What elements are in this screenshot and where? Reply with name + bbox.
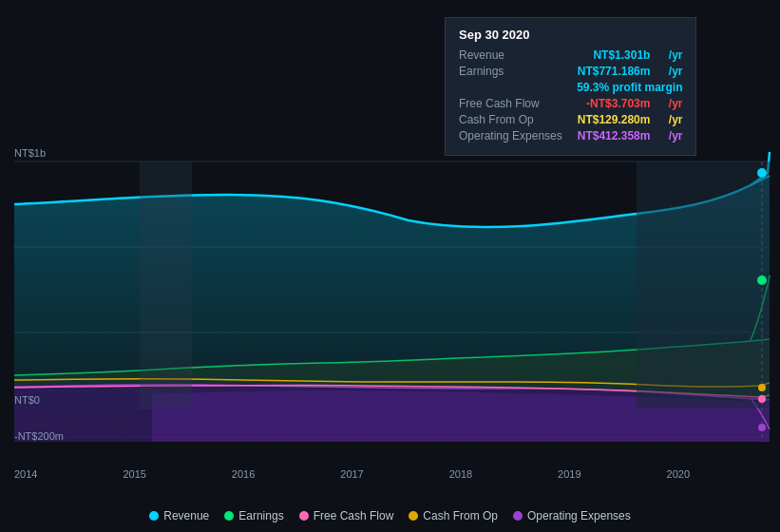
svg-rect-6 bbox=[637, 162, 770, 408]
svg-rect-5 bbox=[140, 162, 192, 408]
tooltip-box: Sep 30 2020 Revenue NT$1.301b /yr Earnin… bbox=[445, 17, 696, 156]
tooltip-revenue-row: Revenue NT$1.301b /yr bbox=[459, 48, 682, 62]
legend-dot-revenue bbox=[149, 511, 159, 521]
x-axis-labels: 2014 2015 2016 2017 2018 2019 2020 bbox=[14, 468, 775, 480]
tooltip-cashfromop-value: NT$129.280m bbox=[578, 113, 651, 126]
tooltip-fcf-value: -NT$3.703m bbox=[586, 97, 650, 110]
svg-point-8 bbox=[757, 168, 767, 178]
legend-fcf[interactable]: Free Cash Flow bbox=[299, 509, 394, 522]
legend-label-cashfromop: Cash From Op bbox=[423, 509, 498, 522]
tooltip-earnings-row: Earnings NT$771.186m /yr bbox=[459, 65, 682, 78]
tooltip-cashfromop-row: Cash From Op NT$129.280m /yr bbox=[459, 113, 682, 126]
x-label-2019: 2019 bbox=[558, 468, 580, 480]
legend-revenue[interactable]: Revenue bbox=[149, 509, 209, 522]
y-label-bot: -NT$200m bbox=[14, 430, 64, 442]
x-label-2015: 2015 bbox=[123, 468, 145, 480]
tooltip-earnings-suffix: /yr bbox=[669, 65, 683, 78]
tooltip-cashfromop-label: Cash From Op bbox=[459, 113, 534, 126]
svg-point-10 bbox=[758, 395, 766, 403]
x-label-2020: 2020 bbox=[667, 468, 690, 480]
tooltip-opex-label: Operating Expenses bbox=[459, 129, 562, 142]
legend-label-revenue: Revenue bbox=[163, 509, 209, 522]
tooltip-cashfromop-suffix: /yr bbox=[669, 113, 683, 126]
tooltip-fcf-label: Free Cash Flow bbox=[459, 97, 540, 110]
legend-opex[interactable]: Operating Expenses bbox=[513, 509, 631, 522]
tooltip-earnings-value: NT$771.186m bbox=[578, 65, 651, 78]
tooltip-fcf-suffix: /yr bbox=[669, 97, 683, 110]
svg-point-12 bbox=[758, 424, 766, 431]
legend-label-fcf: Free Cash Flow bbox=[314, 509, 394, 522]
legend-cashfromop[interactable]: Cash From Op bbox=[409, 509, 498, 522]
legend-label-opex: Operating Expenses bbox=[527, 509, 631, 522]
svg-point-11 bbox=[758, 384, 766, 391]
tooltip-opex-value: NT$412.358m bbox=[578, 129, 651, 142]
legend-dot-earnings bbox=[224, 511, 234, 521]
x-label-2014: 2014 bbox=[14, 468, 37, 480]
legend-label-earnings: Earnings bbox=[238, 509, 283, 522]
tooltip-earnings-label: Earnings bbox=[459, 65, 504, 78]
tooltip-fcf-row: Free Cash Flow -NT$3.703m /yr bbox=[459, 97, 682, 110]
x-label-2017: 2017 bbox=[340, 468, 363, 480]
tooltip-profit-row: 59.3% profit margin bbox=[459, 81, 682, 94]
legend-dot-cashfromop bbox=[409, 511, 418, 521]
svg-point-9 bbox=[757, 276, 767, 285]
legend-earnings[interactable]: Earnings bbox=[224, 509, 283, 522]
y-label-mid: NT$0 bbox=[14, 394, 40, 406]
tooltip-opex-row: Operating Expenses NT$412.358m /yr bbox=[459, 129, 682, 142]
chart-legend: Revenue Earnings Free Cash Flow Cash Fro… bbox=[0, 509, 780, 522]
y-label-top: NT$1b bbox=[14, 147, 46, 159]
legend-dot-opex bbox=[513, 511, 523, 521]
tooltip-revenue-value: NT$1.301b bbox=[593, 48, 650, 62]
chart-container: NT$1b NT$0 -NT$200m 2014 2015 2016 2017 … bbox=[0, 0, 780, 532]
tooltip-revenue-label: Revenue bbox=[459, 48, 504, 62]
tooltip-opex-suffix: /yr bbox=[669, 129, 683, 142]
tooltip-revenue-suffix: /yr bbox=[669, 48, 683, 62]
tooltip-date: Sep 30 2020 bbox=[459, 28, 682, 42]
legend-dot-fcf bbox=[299, 511, 309, 521]
x-label-2018: 2018 bbox=[449, 468, 472, 480]
tooltip-profit-margin: 59.3% profit margin bbox=[577, 81, 682, 94]
x-label-2016: 2016 bbox=[232, 468, 255, 480]
